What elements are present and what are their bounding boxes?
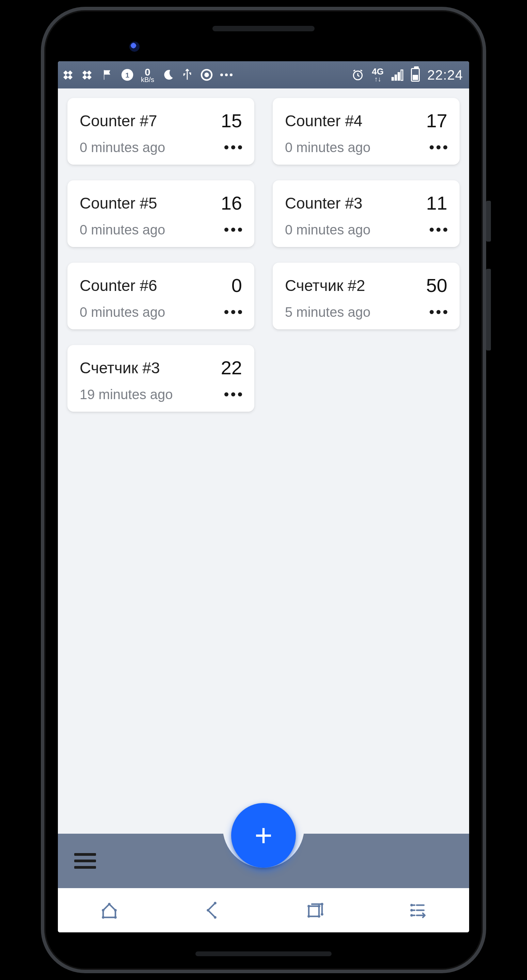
network-type-icon: 4G ↑↓ [372,68,384,82]
svg-point-10 [102,909,105,912]
svg-rect-6 [395,75,396,80]
counter-value: 11 [426,192,447,214]
svg-point-24 [321,913,323,916]
counter-more-button[interactable] [221,392,242,398]
svg-point-15 [214,902,217,904]
counter-more-button[interactable] [426,145,447,151]
counter-title: Counter #6 [80,276,221,295]
screen: 1 0 kB/s 4G ↑↓ 1 [58,61,469,932]
net-speed-indicator: 0 kB/s [141,67,154,83]
counter-title: Counter #7 [80,111,221,130]
counter-card[interactable]: Counter #4170 minutes ago [273,98,460,165]
counter-subtitle: 0 minutes ago [80,140,221,155]
bottom-app-bar: + [58,834,469,888]
counter-title: Counter #4 [285,111,426,130]
svg-point-14 [102,916,105,919]
counter-value: 15 [221,110,242,132]
svg-rect-5 [392,77,393,80]
sync-icon [83,71,95,79]
counter-more-button[interactable] [426,227,447,233]
counter-value: 0 [221,274,242,296]
counter-more-button[interactable] [426,309,447,315]
volume-button [486,269,491,350]
counter-more-button[interactable] [221,145,242,151]
counter-value: 22 [221,356,242,379]
svg-point-3 [205,73,209,77]
counter-value: 17 [426,110,447,132]
counter-title: Counter #5 [80,194,221,212]
svg-text:1: 1 [401,69,403,70]
counter-card[interactable]: Счетчик #32219 minutes ago [67,345,254,412]
svg-point-17 [214,916,217,919]
status-bar: 1 0 kB/s 4G ↑↓ 1 [58,61,469,89]
moon-icon [162,69,174,81]
counter-card[interactable]: Counter #600 minutes ago [67,263,254,329]
svg-point-27 [410,914,413,917]
counter-title: Счетчик #3 [80,359,221,377]
svg-point-23 [321,903,323,905]
counter-grid: Counter #7150 minutes agoCounter #4170 m… [58,89,469,834]
svg-point-22 [307,915,310,918]
counter-subtitle: 0 minutes ago [285,222,426,237]
counter-subtitle: 5 minutes ago [285,305,426,320]
counter-title: Counter #3 [285,194,426,212]
counter-subtitle: 0 minutes ago [80,305,221,320]
nav-back-icon[interactable] [202,900,222,920]
counter-title: Счетчик #2 [285,276,426,295]
svg-point-21 [318,915,320,918]
net-speed-unit: kB/s [141,76,154,83]
alarm-icon [351,68,364,81]
counter-card[interactable]: Counter #7150 minutes ago [67,98,254,165]
svg-point-20 [318,905,320,907]
more-dots-icon [220,73,232,76]
circle-one-icon: 1 [121,69,134,81]
counter-value: 16 [221,192,242,214]
counter-card[interactable]: Counter #3110 minutes ago [273,180,460,247]
signal-icon: 1 [391,69,403,81]
svg-point-16 [207,909,209,912]
phone-camera [129,41,140,52]
svg-rect-7 [398,73,400,80]
svg-rect-18 [309,906,319,916]
counter-more-button[interactable] [221,309,242,315]
counter-card[interactable]: Счетчик #2505 minutes ago [273,263,460,329]
status-clock: 22:24 [427,67,463,83]
target-icon [201,69,213,81]
svg-rect-8 [401,70,403,81]
counter-subtitle: 19 minutes ago [80,387,221,402]
plus-icon: + [255,818,273,853]
nav-recents-icon[interactable] [305,900,325,920]
counter-subtitle: 0 minutes ago [285,140,426,155]
svg-point-13 [114,916,117,919]
svg-point-12 [114,909,117,912]
net-speed-value: 0 [145,67,150,76]
svg-text:1: 1 [125,71,129,79]
nav-extra-icon[interactable] [408,900,428,920]
power-button [486,201,491,242]
add-counter-fab[interactable]: + [231,803,296,868]
svg-point-25 [410,904,413,907]
svg-point-26 [410,909,413,912]
svg-point-19 [307,905,310,907]
phone-chin [196,951,331,956]
counter-card[interactable]: Counter #5160 minutes ago [67,180,254,247]
menu-button[interactable] [74,853,96,869]
counter-subtitle: 0 minutes ago [80,222,221,237]
usb-icon [182,68,193,82]
svg-point-11 [108,903,111,905]
counter-more-button[interactable] [221,227,242,233]
battery-icon [411,68,420,82]
flag-icon [102,69,114,81]
phone-frame: 1 0 kB/s 4G ↑↓ 1 [41,7,486,973]
system-nav-bar [58,888,469,932]
phone-speaker [212,26,315,31]
nav-home-icon[interactable] [99,900,119,920]
counter-value: 50 [426,274,447,296]
sync-icon [64,71,76,79]
